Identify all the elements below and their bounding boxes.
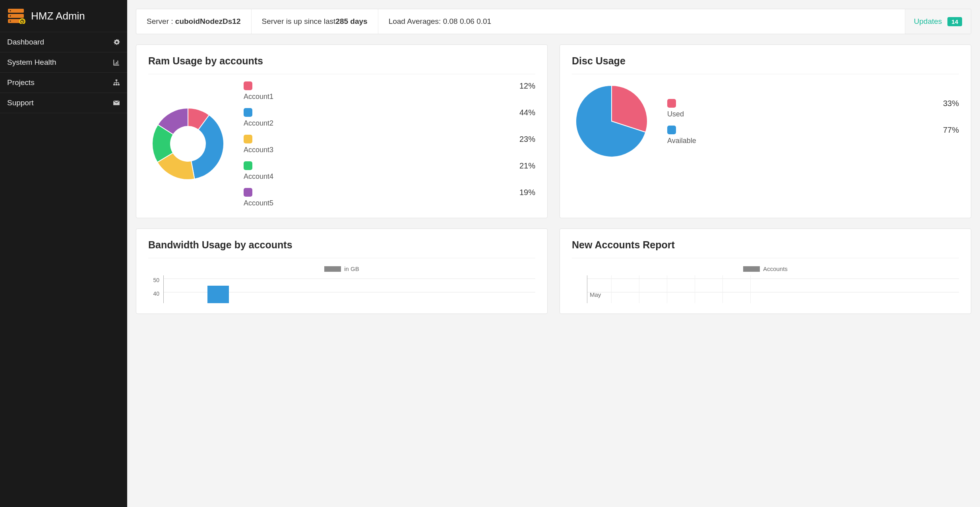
legend-row: Available77% — [667, 126, 959, 145]
disc-pie-chart — [572, 81, 651, 163]
sidebar-item-label: Support — [7, 99, 34, 107]
brand-title: HMZ Admin — [31, 10, 85, 22]
gridline — [164, 279, 535, 279]
plot-area: May — [587, 275, 959, 303]
updates-badge: 14 — [947, 17, 962, 26]
card-new-accounts: New Accounts Report Accounts May — [560, 228, 971, 314]
legend-swatch — [667, 99, 676, 108]
topbar-spacer — [502, 9, 904, 34]
svg-point-4 — [10, 15, 11, 17]
server-prefix: Server : — [147, 17, 175, 25]
legend-label: Account3 — [244, 146, 273, 154]
legend-label: Available — [667, 137, 696, 145]
legend-row: Used33% — [667, 99, 959, 118]
plot-area — [163, 275, 535, 303]
topbar: Server : cuboidNodezDs12 Server is up si… — [136, 9, 971, 34]
card-disc-usage: Disc Usage Used33%Available77% — [560, 45, 971, 218]
legend-value: 33% — [943, 99, 959, 108]
legend-swatch — [667, 126, 676, 134]
sidebar: HMZ Admin Dashboard System Health Projec… — [0, 0, 127, 507]
legend-swatch — [244, 81, 252, 90]
card-title: Ram Usage by accounts — [148, 55, 535, 74]
brand-logo-icon — [7, 8, 26, 24]
y-axis: 50 40 — [148, 275, 159, 303]
legend-swatch — [244, 188, 252, 197]
uptime-value: 285 days — [335, 17, 367, 25]
bandwidth-chart: 50 40 — [148, 275, 535, 303]
bandwidth-legend: in GB — [148, 265, 535, 272]
legend-label: Account5 — [244, 199, 273, 207]
bar — [207, 286, 229, 303]
card-title: Bandwidth Usage by accounts — [148, 239, 535, 258]
card-title: New Accounts Report — [572, 239, 959, 258]
topbar-uptime: Server is up since last285 days — [252, 9, 378, 34]
legend-swatch — [244, 161, 252, 170]
gridline — [750, 275, 751, 303]
sitemap-icon — [113, 79, 120, 86]
gears-icon — [113, 39, 120, 46]
legend-value: 12% — [519, 81, 535, 91]
legend-label: Used — [667, 110, 684, 118]
card-title: Disc Usage — [572, 55, 959, 74]
ram-donut-chart — [148, 104, 228, 185]
updates-label: Updates — [914, 17, 942, 26]
nav-list: Dashboard System Health Projects Support — [0, 32, 127, 113]
svg-rect-8 — [113, 84, 115, 85]
topbar-server: Server : cuboidNodezDs12 — [136, 9, 252, 34]
envelope-icon — [113, 99, 120, 106]
legend-label: Account1 — [244, 93, 273, 101]
y-tick: 50 — [148, 277, 159, 283]
svg-point-11 — [170, 126, 206, 162]
legend-row: Account519% — [244, 188, 535, 207]
gridline — [639, 275, 639, 303]
card-bandwidth: Bandwidth Usage by accounts in GB 50 40 — [136, 228, 548, 314]
legend-label: Account4 — [244, 172, 273, 181]
svg-rect-9 — [116, 84, 118, 85]
y-tick: 40 — [148, 290, 159, 297]
accounts-legend: Accounts — [572, 265, 959, 272]
sidebar-item-label: Dashboard — [7, 38, 44, 46]
sidebar-item-label: Projects — [7, 78, 35, 87]
legend-value: 44% — [519, 108, 535, 117]
legend-swatch — [324, 266, 341, 272]
gridline — [667, 275, 667, 303]
gridline — [722, 275, 723, 303]
brand: HMZ Admin — [0, 0, 127, 32]
svg-rect-10 — [118, 84, 120, 85]
topbar-load: Load Averages: 0.08 0.06 0.01 — [378, 9, 502, 34]
disc-legend: Used33%Available77% — [667, 99, 959, 145]
ram-legend: Account112%Account244%Account323%Account… — [244, 81, 535, 207]
sidebar-item-system-health[interactable]: System Health — [0, 52, 127, 73]
legend-row: Account323% — [244, 135, 535, 154]
legend-value: 23% — [519, 135, 535, 144]
server-name: cuboidNodezDs12 — [175, 17, 241, 25]
gridline — [695, 275, 695, 303]
legend-row: Account244% — [244, 108, 535, 128]
sidebar-item-projects[interactable]: Projects — [0, 73, 127, 93]
legend-value: 19% — [519, 188, 535, 197]
gridline — [611, 275, 612, 303]
legend-swatch — [244, 135, 252, 143]
legend-value: 21% — [519, 161, 535, 170]
uptime-prefix: Server is up since last — [262, 17, 336, 25]
svg-point-3 — [10, 10, 11, 12]
load-text: Load Averages: 0.08 0.06 0.01 — [389, 17, 491, 25]
legend-label: Account2 — [244, 119, 273, 128]
sidebar-item-dashboard[interactable]: Dashboard — [0, 32, 127, 52]
updates-button[interactable]: Updates 14 — [905, 9, 971, 34]
svg-rect-7 — [116, 79, 118, 81]
legend-row: Account421% — [244, 161, 535, 181]
legend-label: in GB — [344, 265, 359, 272]
accounts-chart: May — [572, 275, 959, 303]
legend-value: 77% — [943, 126, 959, 135]
sidebar-item-support[interactable]: Support — [0, 93, 127, 113]
card-ram-usage: Ram Usage by accounts Account112%Account… — [136, 45, 548, 218]
legend-swatch — [743, 266, 760, 272]
svg-point-5 — [10, 21, 11, 22]
gridline — [587, 279, 959, 279]
bar-chart-icon — [113, 59, 120, 66]
legend-label: Accounts — [763, 265, 788, 272]
legend-row: Account112% — [244, 81, 535, 101]
gridline — [587, 292, 959, 292]
main-content: Server : cuboidNodezDs12 Server is up si… — [127, 0, 980, 507]
